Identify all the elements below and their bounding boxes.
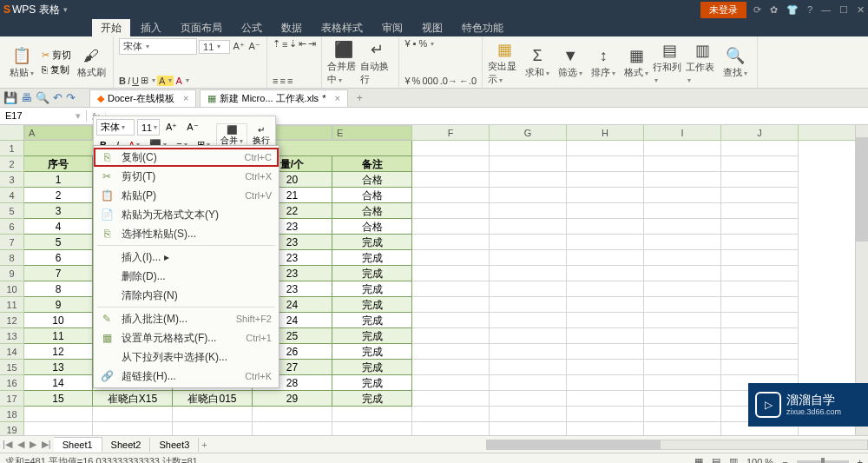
cell[interactable]: 序号	[24, 156, 93, 172]
help-icon[interactable]: ?	[807, 4, 812, 16]
cell[interactable]: 完成	[332, 375, 412, 391]
sheet-button[interactable]: ▥工作表	[686, 38, 719, 86]
cell[interactable]	[490, 172, 567, 188]
fill-color-button[interactable]: A	[157, 76, 174, 86]
name-box[interactable]: E17▾	[0, 110, 87, 122]
cell[interactable]	[567, 156, 644, 172]
cell[interactable]	[644, 375, 721, 391]
menu-data[interactable]: 数据	[273, 19, 311, 37]
cell[interactable]: 11	[24, 328, 93, 344]
menu-home[interactable]: 开始	[92, 19, 130, 37]
comma-icon[interactable]: 000	[422, 76, 437, 86]
cell[interactable]	[644, 407, 721, 422]
col-header[interactable]: G	[490, 125, 567, 140]
undo-icon[interactable]: ↶	[53, 91, 62, 104]
cell[interactable]	[567, 235, 644, 250]
cell[interactable]	[721, 235, 799, 250]
zoom-level[interactable]: 100 %	[746, 457, 773, 464]
row-header[interactable]: 11	[0, 297, 24, 313]
cell[interactable]	[567, 172, 644, 188]
cell[interactable]	[721, 328, 799, 344]
cell[interactable]	[490, 407, 567, 422]
cell[interactable]	[412, 235, 490, 250]
cell[interactable]: 崔晓白015	[173, 391, 253, 407]
cell[interactable]	[567, 188, 644, 203]
align-bottom-icon[interactable]: ⇣	[289, 38, 297, 50]
cell[interactable]	[567, 375, 644, 391]
format-button[interactable]: ▦格式	[620, 38, 653, 86]
cell[interactable]	[490, 266, 567, 281]
row-header[interactable]: 14	[0, 344, 24, 360]
cell[interactable]	[567, 141, 644, 156]
cell[interactable]: 10	[24, 313, 93, 328]
cell[interactable]: 3	[24, 203, 93, 219]
cell[interactable]	[24, 407, 93, 422]
row-header[interactable]: 18	[0, 407, 24, 422]
cell[interactable]	[644, 235, 721, 250]
indent-inc-icon[interactable]: ⇥	[308, 38, 316, 50]
percent-icon[interactable]: %	[412, 76, 421, 86]
highlight-button[interactable]: ▦突出显示	[488, 38, 521, 86]
row-header[interactable]: 19	[0, 422, 24, 435]
cell[interactable]	[412, 422, 490, 435]
sheet-tab[interactable]: Sheet2	[102, 438, 151, 452]
cell[interactable]: 完成	[332, 235, 412, 250]
cell[interactable]: 完成	[332, 328, 412, 344]
cell[interactable]	[644, 203, 721, 219]
cell[interactable]	[412, 375, 490, 391]
row-header[interactable]: 17	[0, 391, 24, 407]
sync-icon[interactable]: ⟳	[753, 4, 761, 16]
cell[interactable]	[412, 407, 490, 422]
sort-button[interactable]: ↕排序	[587, 38, 620, 86]
cell[interactable]	[490, 313, 567, 328]
cell[interactable]	[490, 344, 567, 360]
sheet-nav-last[interactable]: ▶|	[39, 439, 54, 450]
size-select[interactable]: 11	[199, 40, 230, 54]
align-right-icon[interactable]: ≡	[287, 76, 293, 86]
mini-size-select[interactable]: 11	[137, 119, 160, 136]
font-color-button[interactable]: A	[175, 76, 188, 86]
cell[interactable]: 完成	[332, 297, 412, 313]
cell[interactable]	[644, 360, 721, 375]
menu-tablestyle[interactable]: 表格样式	[312, 19, 372, 37]
cell[interactable]	[490, 360, 567, 375]
context-menu-item[interactable]: ⎘复制(C)Ctrl+C	[94, 148, 279, 167]
align-top-icon[interactable]: ⇡	[273, 38, 280, 50]
cell[interactable]	[93, 422, 173, 435]
cell[interactable]	[412, 188, 490, 203]
cell[interactable]	[490, 188, 567, 203]
decimal-dec-icon[interactable]: ←.0	[459, 76, 477, 86]
row-header[interactable]: 5	[0, 203, 24, 219]
cell[interactable]: 合格	[332, 172, 412, 188]
cell[interactable]	[412, 203, 490, 219]
cell[interactable]	[412, 391, 490, 407]
cell[interactable]	[490, 250, 567, 266]
cell[interactable]	[567, 297, 644, 313]
cell[interactable]: 14	[24, 375, 93, 391]
filter-button[interactable]: ▼筛选	[554, 38, 587, 86]
cell[interactable]	[567, 391, 644, 407]
cell[interactable]	[412, 313, 490, 328]
menu-insert[interactable]: 插入	[132, 19, 170, 37]
select-all-corner[interactable]	[0, 125, 24, 140]
cell[interactable]: 8	[24, 281, 93, 297]
mini-shrink-font[interactable]: A⁻	[183, 119, 201, 136]
cell[interactable]	[644, 281, 721, 297]
number-format-select[interactable]: ¥ ▪ %	[404, 38, 434, 49]
doc-tab-workbook[interactable]: ▦新建 Micro... 工作表.xls *×	[200, 89, 347, 107]
redo-icon[interactable]: ↷	[66, 91, 76, 104]
cell[interactable]	[490, 235, 567, 250]
sheet-tab[interactable]: Sheet1	[54, 437, 102, 452]
menu-layout[interactable]: 页面布局	[172, 19, 231, 37]
cell[interactable]: 9	[24, 297, 93, 313]
cell[interactable]	[567, 360, 644, 375]
cell[interactable]: 15	[24, 391, 93, 407]
cell[interactable]	[332, 422, 412, 435]
cell[interactable]	[567, 344, 644, 360]
cell[interactable]	[412, 219, 490, 235]
row-header[interactable]: 7	[0, 235, 24, 250]
view-normal-icon[interactable]: ▦	[694, 456, 703, 463]
find-button[interactable]: 🔍查找	[719, 38, 752, 86]
row-header[interactable]: 13	[0, 328, 24, 344]
context-menu-item[interactable]: 删除(D)...	[94, 267, 279, 286]
